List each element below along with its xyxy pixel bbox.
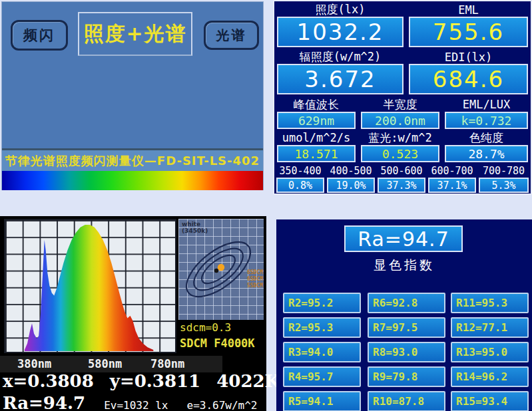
color-purity-value: 28.7% <box>445 145 528 162</box>
cri-cell: R7=97.5 <box>368 317 445 338</box>
half-width-label: 半宽度 <box>361 98 439 110</box>
wavelength-axis: 380nm 580nm 780nm <box>0 356 222 372</box>
peak-wavelength-value: 629nm <box>277 112 356 129</box>
chromaticity-readout: x=0.3808 y=0.3811 4022K <box>3 371 266 391</box>
sdcm-ring-label: 6SDCM <box>247 276 263 283</box>
cie-y-value: y=0.3811 <box>110 371 200 391</box>
eml-label: EML <box>409 3 528 16</box>
cri-cell: R13=95.0 <box>451 342 529 362</box>
device-title: 节律光谱照度频闪测量仪—FD-SIT-LS-402 <box>2 148 263 171</box>
illuminance-label: 照度(lx) <box>277 3 403 16</box>
summary-readout: Ra=94.7 Ev=1032 lx e=3.67w/m^2 <box>3 393 266 411</box>
rainbow-spectrum-bar <box>2 171 263 190</box>
spectrum-mode-button[interactable]: 光谱 <box>204 21 259 50</box>
measured-point-dot <box>218 264 224 271</box>
cri-screen: Ra=94.7 显色指数 R2=95.2 R6=92.8 R11=95.3 R2… <box>276 219 532 411</box>
cri-cell: R4=95.7 <box>283 366 361 387</box>
illuminance-value: 1032.2 <box>277 17 403 47</box>
peak-wavelength-label: 峰值波长 <box>277 98 356 110</box>
axis-tick-580: 580nm <box>88 357 122 370</box>
band-header: 700-780 <box>479 166 529 176</box>
cri-cell: R11=95.3 <box>451 293 529 313</box>
cri-cell: R12=77.1 <box>451 317 529 338</box>
white-point-label: white (3450k) <box>182 221 208 234</box>
cri-cell: R8=93.0 <box>368 342 445 362</box>
cri-cell: R14=96.2 <box>451 366 529 387</box>
edi-value: 684.6 <box>409 64 528 94</box>
cri-cell: R15=93.4 <box>451 391 529 411</box>
spectrum-screen: white (3450k) 6SDCM 6SDCM 5SDCM sdcm=0.3… <box>0 216 266 411</box>
eml-value: 755.6 <box>409 17 528 47</box>
flicker-mode-button[interactable]: 频闪 <box>11 20 68 51</box>
spectrum-chart <box>4 219 176 353</box>
sdcm-ring-label: 5SDCM <box>247 283 263 289</box>
cri-subtitle: 显色指数 <box>276 257 532 274</box>
irradiance-value: 3.672 <box>277 64 403 94</box>
color-purity-label: 色纯度 <box>445 132 528 144</box>
cri-cell: R9=79.8 <box>368 366 445 387</box>
cct-value: 4022K <box>216 371 280 391</box>
band-value: 19.0% <box>327 178 375 193</box>
cri-cell: R6=92.8 <box>368 293 445 313</box>
cri-cell: R5=94.1 <box>283 391 361 411</box>
blue-light-value: 0.523 <box>361 145 439 162</box>
band-header: 600-700 <box>428 166 476 176</box>
ev-value: Ev=1032 lx <box>104 399 168 411</box>
irradiance-e-value: e=3.67w/m^2 <box>187 399 258 411</box>
mode-select-screen: 频闪 照度+光谱 光谱 节律光谱照度频闪测量仪—FD-SIT-LS-402 <box>1 1 264 190</box>
axis-tick-780: 780nm <box>150 357 184 370</box>
band-header: 350-400 <box>276 166 324 176</box>
sdcm-ring-label: 6SDCM <box>247 269 263 276</box>
eml-lux-label: EML/LUX <box>445 98 528 110</box>
cri-cell: R10=87.8 <box>368 391 445 411</box>
measurement-screen: 照度(lx) EML 1032.2 755.6 辐照度(w/m^2) EDI(l… <box>273 0 532 195</box>
cie-chromaticity-inset: white (3450k) 6SDCM 6SDCM 5SDCM <box>178 219 264 320</box>
band-value: 37.1% <box>428 178 476 193</box>
eml-lux-value: k=0.732 <box>445 112 528 129</box>
cri-cell: R3=94.0 <box>283 342 361 362</box>
band-header: 500-600 <box>378 166 425 176</box>
sdcm-ring-labels: 6SDCM 6SDCM 5SDCM <box>247 269 263 289</box>
axis-tick-380: 380nm <box>17 357 51 370</box>
cri-cell: R2=95.2 <box>283 293 361 313</box>
band-header: 400-500 <box>327 166 375 176</box>
half-width-value: 200.0nm <box>361 112 439 129</box>
band-value: 0.8% <box>276 178 324 193</box>
ra-value: Ra=94.7 <box>3 393 85 411</box>
blue-light-label: 蓝光:w/m^2 <box>361 132 439 144</box>
sdcm-value: sdcm=0.3 <box>180 321 231 334</box>
illuminance-spectrum-mode-button[interactable]: 照度+光谱 <box>78 12 192 56</box>
spectrum-curve <box>5 220 175 352</box>
cie-x-value: x=0.3808 <box>3 371 94 391</box>
umol-value: 18.571 <box>277 145 356 162</box>
band-value: 37.3% <box>378 178 425 193</box>
cri-cell: R2=95.3 <box>283 317 361 338</box>
edi-label: EDI(lx) <box>409 51 528 63</box>
band-value: 5.3% <box>479 178 529 193</box>
irradiance-label: 辐照度(w/m^2) <box>277 51 403 63</box>
reference-point-dot <box>214 269 218 273</box>
ra-box: Ra=94.7 <box>344 225 463 252</box>
sdcm-reference: SDCM F4000K <box>180 337 255 350</box>
umol-label: umol/m^2/s <box>277 132 356 144</box>
